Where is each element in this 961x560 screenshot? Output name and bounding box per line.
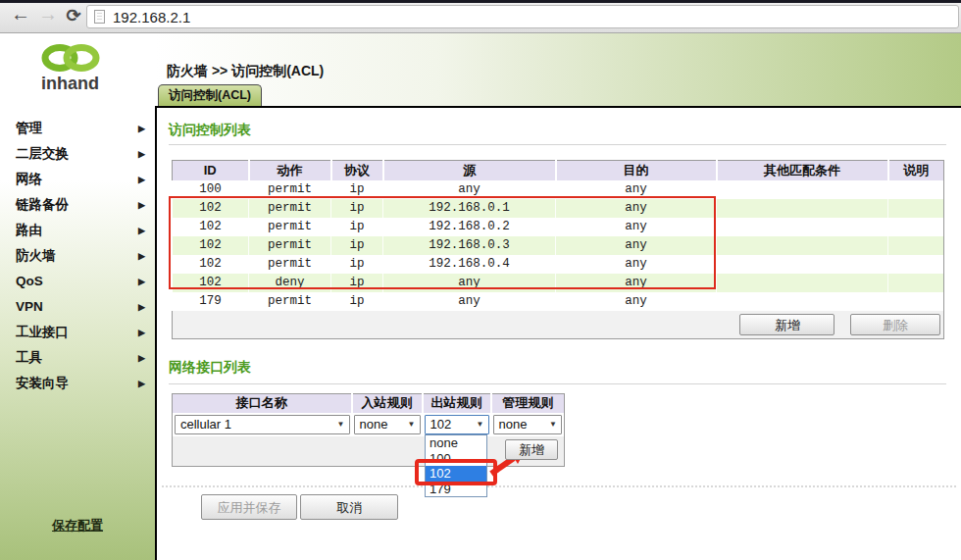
acl-cell: 100 — [173, 180, 249, 199]
acl-cell: ip — [331, 274, 383, 292]
acl-cell: any — [556, 236, 717, 255]
acl-table-row[interactable]: 102permitip192.168.0.4any — [173, 255, 944, 274]
sidebar-item-label: 工具 — [16, 350, 42, 365]
interface-name-select[interactable]: cellular 1 ▼ — [175, 415, 350, 434]
acl-cell: any — [383, 292, 556, 311]
sidebar-item-8[interactable]: VPN▶ — [0, 294, 155, 320]
sidebar-item-label: 安装向导 — [16, 376, 69, 390]
page-icon — [94, 10, 105, 24]
acl-table-row[interactable]: 102permitip192.168.0.2any — [173, 218, 944, 236]
tabstrip-edge — [0, 0, 961, 3]
cancel-button[interactable]: 取消 — [300, 494, 398, 520]
acl-cell: any — [556, 218, 717, 236]
page-header-band: 防火墙 >> 访问控制(ACL) 访问控制(ACL) — [155, 33, 961, 108]
svg-text:inhand: inhand — [41, 74, 99, 93]
acl-cell — [888, 218, 944, 236]
acl-cell: ip — [331, 292, 383, 311]
acl-table-row[interactable]: 100permitipanyany — [173, 180, 944, 199]
sidebar-item-label: 路由 — [16, 223, 42, 237]
acl-cell: 192.168.0.2 — [383, 218, 556, 236]
main-panel: 防火墙 >> 访问控制(ACL) 访问控制(ACL) 访问控制列表 ID动作协议… — [155, 33, 961, 560]
sidebar-item-11[interactable]: 安装向导▶ — [0, 371, 155, 396]
acl-delete-button[interactable]: 删除 — [850, 314, 940, 335]
acl-cell: 102 — [173, 255, 249, 274]
outbound-rule-value: 102 — [430, 417, 452, 432]
chevron-right-icon: ▶ — [138, 141, 145, 167]
sidebar-item-label: 链路备份 — [16, 197, 69, 212]
browser-toolbar: ← → ⟳ 192.168.2.1 — [0, 0, 961, 33]
acl-table-row[interactable]: 102permitip192.168.0.1any — [173, 199, 944, 218]
acl-column-header: 动作 — [249, 161, 331, 180]
forward-icon[interactable]: → — [35, 3, 61, 25]
interfaces-column-header: 管理规则 — [491, 394, 565, 413]
acl-column-header: 说明 — [888, 161, 944, 180]
acl-cell — [717, 236, 888, 255]
acl-table-row[interactable]: 179permitipanyany — [173, 292, 944, 311]
url-text[interactable]: 192.168.2.1 — [113, 9, 190, 25]
dropdown-option[interactable]: 102 — [426, 466, 486, 482]
chevron-right-icon: ▶ — [138, 320, 145, 345]
acl-cell: any — [556, 255, 717, 274]
acl-cell: 179 — [173, 292, 249, 311]
acl-table-row[interactable]: 102permitip192.168.0.3any — [173, 236, 944, 255]
breadcrumb: 防火墙 >> 访问控制(ACL) — [167, 63, 324, 80]
interfaces-section-title: 网络接口列表 — [169, 359, 251, 377]
sidebar-item-7[interactable]: QoS▶ — [0, 269, 155, 294]
sidebar-item-10[interactable]: 工具▶ — [0, 345, 155, 371]
tab-acl[interactable]: 访问控制(ACL) — [158, 84, 262, 106]
chevron-down-icon: ▼ — [549, 420, 557, 429]
chevron-down-icon: ▼ — [477, 420, 484, 429]
inbound-rule-value: none — [360, 417, 388, 432]
acl-cell: 102 — [173, 274, 249, 292]
sidebar-item-6[interactable]: 防火墙▶ — [0, 243, 155, 269]
chevron-down-icon: ▼ — [408, 420, 416, 429]
sidebar-item-5[interactable]: 路由▶ — [0, 218, 155, 243]
sidebar-item-1[interactable]: 管理▶ — [0, 116, 155, 141]
acl-table: ID动作协议源目的其他匹配条件说明 100permitipanyany102pe… — [172, 160, 944, 339]
sidebar-item-label: QoS — [16, 274, 43, 288]
acl-cell: permit — [249, 255, 331, 274]
acl-cell: any — [383, 274, 556, 292]
management-rule-select[interactable]: none ▼ — [493, 415, 563, 434]
sidebar-item-4[interactable]: 链路备份▶ — [0, 192, 155, 218]
acl-cell: ip — [331, 199, 383, 218]
back-icon[interactable]: ← — [8, 3, 33, 25]
chevron-right-icon: ▶ — [138, 294, 145, 320]
acl-cell: 102 — [173, 199, 249, 218]
sidebar-item-9[interactable]: 工业接口▶ — [0, 320, 155, 345]
divider — [169, 383, 946, 384]
acl-cell — [888, 236, 944, 255]
acl-table-row[interactable]: 102denyipanyany — [173, 274, 944, 292]
sidebar-item-3[interactable]: 网络▶ — [0, 167, 155, 192]
acl-add-button[interactable]: 新增 — [739, 314, 835, 335]
sidebar-item-2[interactable]: 二层交换▶ — [0, 141, 155, 167]
outbound-rule-select[interactable]: 102 ▼ — [425, 415, 489, 434]
dropdown-option[interactable]: 100 — [426, 451, 486, 467]
acl-cell — [888, 274, 944, 292]
address-bar[interactable]: 192.168.2.1 — [86, 5, 959, 28]
apply-save-button[interactable]: 应用并保存 — [201, 494, 297, 520]
acl-cell: permit — [249, 292, 331, 311]
dropdown-option[interactable]: 179 — [426, 482, 486, 497]
acl-cell — [717, 255, 888, 274]
reload-icon[interactable]: ⟳ — [61, 5, 86, 26]
management-rule-value: none — [499, 417, 528, 432]
interface-add-button[interactable]: 新增 — [505, 439, 558, 460]
chevron-right-icon: ▶ — [138, 269, 145, 294]
form-action-buttons: 应用并保存 取消 — [201, 494, 398, 520]
acl-cell: any — [556, 180, 717, 199]
acl-cell: permit — [249, 180, 331, 199]
chevron-right-icon: ▶ — [138, 218, 145, 243]
sidebar-item-label: 管理 — [16, 121, 42, 135]
interfaces-column-header: 接口名称 — [173, 394, 352, 413]
save-config-link[interactable]: 保存配置 — [0, 517, 155, 535]
acl-column-header: 源 — [383, 161, 556, 180]
acl-cell — [717, 292, 888, 311]
inbound-rule-select[interactable]: none ▼ — [354, 415, 421, 434]
acl-cell — [717, 274, 888, 292]
acl-column-header: 其他匹配条件 — [717, 161, 888, 180]
acl-cell: ip — [331, 218, 383, 236]
acl-cell: any — [556, 199, 717, 218]
dropdown-option[interactable]: none — [426, 435, 486, 451]
acl-column-header: ID — [173, 161, 249, 180]
